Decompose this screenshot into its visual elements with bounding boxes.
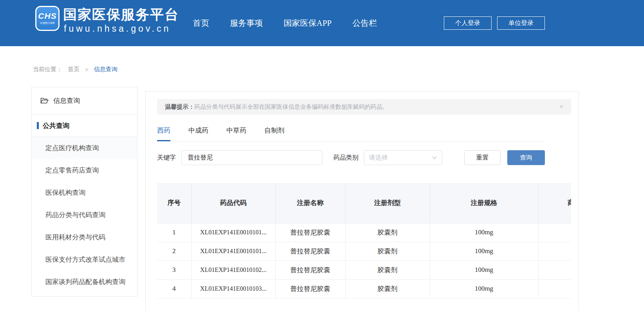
sidebar-group-public-query[interactable]: 公共查询 (32, 115, 137, 137)
cell-drug-code: XL01EXP141E0010102... (191, 261, 275, 279)
col-header-trade-name: 商品名 (538, 183, 571, 223)
breadcrumb-home[interactable]: 首页 (68, 66, 80, 73)
cell-seq: 1 (157, 223, 191, 242)
col-header-specification: 注册规格 (430, 183, 538, 223)
sidebar-item-designated-medical-institutions[interactable]: 定点医疗机构查询 (32, 137, 137, 159)
cell-drug-code: XL01EXP141E0010101... (191, 223, 275, 242)
sidebar-item-drug-classification-codes[interactable]: 药品分类与代码查询 (32, 204, 137, 226)
notice-banner: 温馨提示： 药品分类与代码展示全部在国家医保信息业务编码标准数据库赋码的药品。 … (157, 99, 571, 115)
login-buttons: 个人登录 单位登录 (444, 16, 545, 30)
cell-trade-name (538, 261, 571, 279)
sidebar-item-designated-retail-pharmacies[interactable]: 定点零售药店查询 (32, 159, 137, 182)
cell-drug-code: XL01EXP141E0010103... (191, 279, 275, 298)
results-table-container: 序号 药品代码 注册名称 注册剂型 注册规格 商品名 1 XL01EXP141E… (157, 183, 571, 298)
main-panel: 温馨提示： 药品分类与代码展示全部在国家医保信息业务编码标准数据库赋码的药品。 … (145, 91, 579, 311)
cell-registered-name: 普拉替尼胶囊 (275, 261, 345, 279)
sidebar-root-label: 信息查询 (53, 96, 80, 105)
breadcrumb-prefix: 当前位置： (33, 66, 62, 73)
sidebar-item-label: 医保机构查询 (45, 188, 85, 197)
sidebar-item-negotiated-drug-institutions[interactable]: 国家谈判药品配备机构查询 (32, 271, 137, 293)
sidebar-item-label: 定点医疗机构查询 (45, 144, 99, 153)
notice-label: 温馨提示： (165, 103, 194, 111)
logo-chs-text: CHS (38, 12, 56, 20)
cell-seq: 3 (157, 261, 191, 279)
site-url: fuwu.nhsa.gov.cn (64, 23, 171, 34)
category-label: 药品类别 (333, 154, 358, 162)
notice-message: 药品分类与代码展示全部在国家医保信息业务编码标准数据库赋码的药品。 (194, 103, 388, 111)
logo-subtitle: 中国医疗保障 (40, 21, 55, 25)
top-nav: 首页 服务事项 国家医保APP 公告栏 (193, 0, 377, 46)
close-icon[interactable]: × (559, 103, 563, 111)
cell-seq: 4 (157, 279, 191, 298)
nav-services[interactable]: 服务事项 (230, 18, 263, 29)
sidebar-item-label: 定点零售药店查询 (45, 166, 99, 175)
cell-dosage-form: 胶囊剂 (345, 279, 430, 298)
keyword-label: 关键字 (157, 154, 176, 162)
nav-app[interactable]: 国家医保APP (284, 18, 332, 29)
table-row: 2 XL01EXP141E0010101... 普拉替尼胶囊 胶囊剂 100mg (157, 242, 571, 261)
table-row: 4 XL01EXP141E0010103... 普拉替尼胶囊 胶囊剂 100mg (157, 279, 571, 298)
results-table: 序号 药品代码 注册名称 注册剂型 注册规格 商品名 1 XL01EXP141E… (157, 183, 571, 298)
cell-dosage-form: 胶囊剂 (345, 261, 430, 279)
col-header-drug-code: 药品代码 (191, 183, 275, 223)
folder-icon (40, 97, 49, 104)
sidebar-item-payment-reform-pilot-cities[interactable]: 医保支付方式改革试点城市 (32, 248, 137, 271)
cell-registered-name: 普拉替尼胶囊 (275, 279, 345, 298)
col-header-seq: 序号 (157, 183, 191, 223)
sidebar-item-label: 药品分类与代码查询 (45, 210, 105, 219)
tab-western-medicine[interactable]: 西药 (157, 126, 170, 141)
category-select[interactable]: 请选择 (364, 150, 442, 165)
sidebar-item-medical-consumables-codes[interactable]: 医用耗材分类与代码 (32, 226, 137, 248)
table-row: 1 XL01EXP141E0010101... 普拉替尼胶囊 胶囊剂 100mg (157, 223, 571, 242)
cell-registered-name: 普拉替尼胶囊 (275, 242, 345, 261)
chevron-down-icon (432, 155, 437, 160)
search-form: 关键字 药品类别 请选择 重置 查询 (157, 150, 545, 165)
cell-dosage-form: 胶囊剂 (345, 242, 430, 261)
col-header-registered-name: 注册名称 (275, 183, 345, 223)
reset-button[interactable]: 重置 (464, 150, 501, 165)
cell-specification: 100mg (430, 242, 538, 261)
breadcrumb: 当前位置： 首页 > 信息查询 (33, 66, 118, 73)
site-title: 国家医保服务平台 (63, 5, 179, 24)
personal-login-button[interactable]: 个人登录 (444, 16, 492, 30)
top-header: CHS 中国医疗保障 国家医保服务平台 fuwu.nhsa.gov.cn 首页 … (0, 0, 644, 46)
sidebar-item-label: 医保支付方式改革试点城市 (45, 255, 125, 264)
site-logo[interactable]: CHS 中国医疗保障 (35, 6, 60, 31)
cell-trade-name (538, 242, 571, 261)
nav-home[interactable]: 首页 (193, 18, 209, 29)
unit-login-button[interactable]: 单位登录 (497, 16, 545, 30)
category-select-placeholder: 请选择 (369, 154, 388, 162)
query-button[interactable]: 查询 (507, 150, 545, 165)
cell-seq: 2 (157, 242, 191, 261)
table-header-row: 序号 药品代码 注册名称 注册剂型 注册规格 商品名 (157, 183, 571, 223)
cell-dosage-form: 胶囊剂 (345, 223, 430, 242)
sidebar-item-label: 医用耗材分类与代码 (45, 233, 105, 242)
drug-type-tabs: 西药 中成药 中草药 自制剂 (157, 126, 545, 142)
sidebar-item-insurance-agencies[interactable]: 医保机构查询 (32, 182, 137, 204)
breadcrumb-separator: > (85, 66, 89, 73)
cell-specification: 100mg (430, 261, 538, 279)
cell-registered-name: 普拉替尼胶囊 (275, 223, 345, 242)
cell-trade-name (538, 223, 571, 242)
table-row: 3 XL01EXP141E0010102... 普拉替尼胶囊 胶囊剂 100mg (157, 261, 571, 279)
tab-self-made-preparation[interactable]: 自制剂 (264, 126, 284, 141)
cell-specification: 100mg (430, 223, 538, 242)
tab-chinese-herbal-medicine[interactable]: 中草药 (226, 126, 246, 141)
sidebar: 信息查询 公共查询 定点医疗机构查询 定点零售药店查询 医保机构查询 药品分类与… (31, 87, 137, 297)
tab-chinese-patent-medicine[interactable]: 中成药 (188, 126, 208, 141)
keyword-input[interactable] (181, 150, 322, 165)
cell-trade-name (538, 279, 571, 298)
sidebar-item-label: 国家谈判药品配备机构查询 (45, 277, 125, 286)
col-header-dosage-form: 注册剂型 (345, 183, 430, 223)
active-group-bar (37, 122, 39, 129)
cell-specification: 100mg (430, 279, 538, 298)
sidebar-root-info-query[interactable]: 信息查询 (32, 87, 137, 115)
cell-drug-code: XL01EXP141E0010101... (191, 242, 275, 261)
nav-bulletin[interactable]: 公告栏 (353, 18, 377, 29)
sidebar-group-label: 公共查询 (43, 121, 69, 130)
breadcrumb-current[interactable]: 信息查询 (94, 66, 118, 73)
